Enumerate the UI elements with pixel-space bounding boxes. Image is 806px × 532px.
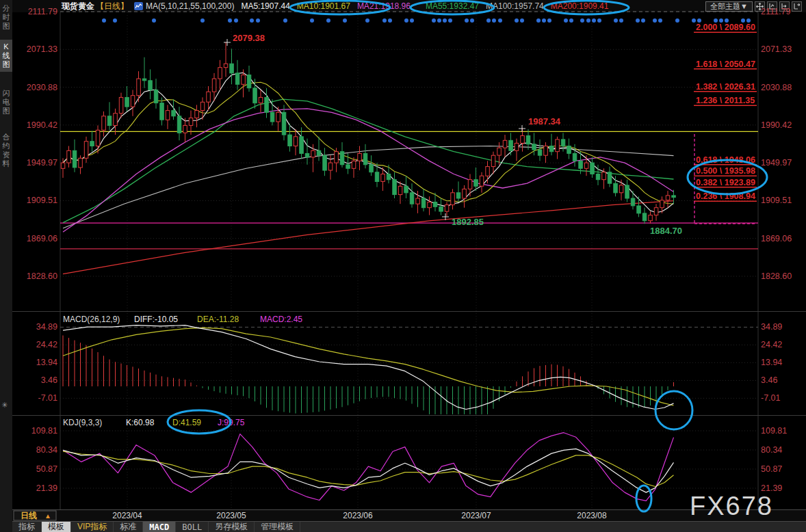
trading-app-window: 分时图K线图闪电图合约资料 ✳ 现货黄金 【日线】 MA(5,10,21,55,… (0, 0, 806, 532)
kdj-tick-right: 80.34 (761, 445, 782, 455)
candle-body (247, 75, 251, 88)
ma21-line (63, 109, 674, 232)
callout-ellipse (636, 486, 651, 511)
event-dot (228, 18, 232, 23)
toolbar-item-3[interactable]: VIP指标 (71, 522, 114, 532)
candle-body (346, 165, 350, 169)
candle-body (125, 97, 129, 107)
candle-body (614, 183, 618, 193)
sidebar-tab-2[interactable]: K线图 (0, 40, 12, 72)
event-dot (404, 18, 408, 23)
period-tag: 【日线】 (96, 1, 129, 12)
candle-body (242, 75, 246, 85)
ma21-value: MA21:1918.96 (357, 1, 411, 11)
macd-param-label: MACD(26,12,9) (63, 315, 120, 324)
period-selector-button[interactable]: 日线▲ (14, 511, 56, 520)
price-tick-right: 1909.51 (761, 196, 792, 205)
candle-body (404, 186, 408, 193)
period-button-arrow-icon: ▲ (44, 512, 51, 520)
kdj-param-label: KDJ(9,3,3) (63, 418, 102, 427)
event-dot (343, 18, 347, 23)
ma-values-list: MA5:1907.44MA10:1901.67MA21:1918.96MA55:… (234, 1, 608, 11)
candle-body (526, 136, 530, 144)
axis-shift-icon[interactable] (792, 1, 802, 12)
candle-body (486, 167, 490, 176)
fib-level-label: 2.000 \ 2089.60 (696, 23, 755, 32)
candle-body (660, 200, 664, 208)
chart-canvas: 2111.792111.792071.332071.332030.882030.… (0, 0, 806, 532)
toolbar-item-6[interactable]: BOLL (176, 522, 209, 532)
candle-body (335, 152, 339, 163)
event-dot (520, 18, 524, 23)
macd-tick-right: 3.46 (761, 375, 777, 385)
callout-layer (168, 1, 767, 511)
fib-level-label: 0.618 \ 1948.06 (696, 155, 755, 165)
price-extreme-label: 2079.38 (233, 33, 265, 43)
candle-body (381, 174, 385, 182)
candle-body (61, 163, 65, 168)
candle-body (515, 143, 519, 150)
sidebar-tab-1[interactable]: 分时图 (0, 1, 12, 34)
toolbar-item-1[interactable]: 指标 (12, 522, 42, 532)
header-controls: 全部主题▼ (705, 1, 806, 12)
candle-body (148, 81, 153, 90)
sidebar-tab-3[interactable]: 闪电图 (0, 86, 12, 118)
theme-dropdown-button[interactable]: 全部主题▼ (705, 1, 753, 12)
candle-body (503, 140, 507, 148)
fib-level-label: 0.382 \ 1923.89 (696, 178, 755, 187)
candle-body (532, 144, 536, 150)
toolbar-item-4[interactable]: 标准 (114, 522, 143, 532)
fx678-watermark: FX678 (690, 492, 773, 520)
candle-body (79, 158, 83, 168)
sidebar-tab-4[interactable]: 合约资料 (0, 130, 12, 171)
candle-body (73, 150, 77, 168)
fib-level-label: 0.500 \ 1935.98 (696, 166, 755, 176)
macd-tick-left: 34.89 (36, 322, 57, 332)
candle-body (672, 196, 676, 198)
event-dot (697, 18, 701, 23)
event-dot (465, 18, 469, 23)
macd-diff-value: DIFF:-10.05 (134, 315, 178, 324)
event-dot (326, 18, 330, 23)
axis-scale-left-icon[interactable] (767, 1, 777, 12)
toolbar-item-5[interactable]: MACD (143, 522, 176, 532)
price-extreme-label: 1987.34 (528, 116, 561, 127)
event-dot (200, 18, 205, 23)
ma55-line (63, 99, 674, 222)
kdj-k-value: K:60.98 (126, 418, 155, 427)
macd-macd-value: MACD:2.45 (260, 315, 302, 324)
event-dot (443, 18, 447, 23)
ma10-value: MA10:1901.67 (297, 1, 350, 11)
mini-chart-icon (134, 2, 143, 10)
candle-body (649, 215, 653, 221)
toolbar-item-8[interactable]: 管理模板 (255, 522, 300, 532)
event-dot (448, 18, 452, 23)
fibonacci-layer: 2.000 \ 2089.601.618 \ 2050.471.382 \ 20… (694, 23, 757, 224)
kdj-tick-left: 50.87 (36, 464, 57, 474)
event-dot (653, 18, 657, 23)
event-dot (113, 18, 117, 23)
fib-level-label: 0.236 \ 1908.94 (696, 191, 755, 201)
kdj-tick-left: 109.81 (31, 426, 57, 436)
candle-body (474, 180, 478, 187)
candle-body (561, 139, 565, 146)
candle-body (573, 153, 577, 161)
pan-tool-icon[interactable] (755, 1, 765, 12)
candle-body (556, 139, 560, 152)
toolbar-item-7[interactable]: 另存模板 (209, 522, 255, 532)
candles-layer (61, 42, 675, 224)
candle-body (352, 161, 356, 168)
candle-body (584, 163, 588, 168)
macd-tick-right: 13.94 (761, 358, 782, 367)
event-dot (586, 18, 590, 23)
toolbar-item-2[interactable]: 模板 (42, 522, 71, 532)
candle-body (218, 68, 222, 79)
axis-scale-right-icon[interactable] (779, 1, 790, 12)
candle-body (230, 64, 234, 73)
candle-body (154, 90, 158, 103)
event-dot (719, 18, 723, 23)
candle-body (428, 202, 432, 208)
candle-body (369, 165, 374, 172)
candle-body (456, 193, 460, 198)
candle-body (142, 79, 146, 81)
